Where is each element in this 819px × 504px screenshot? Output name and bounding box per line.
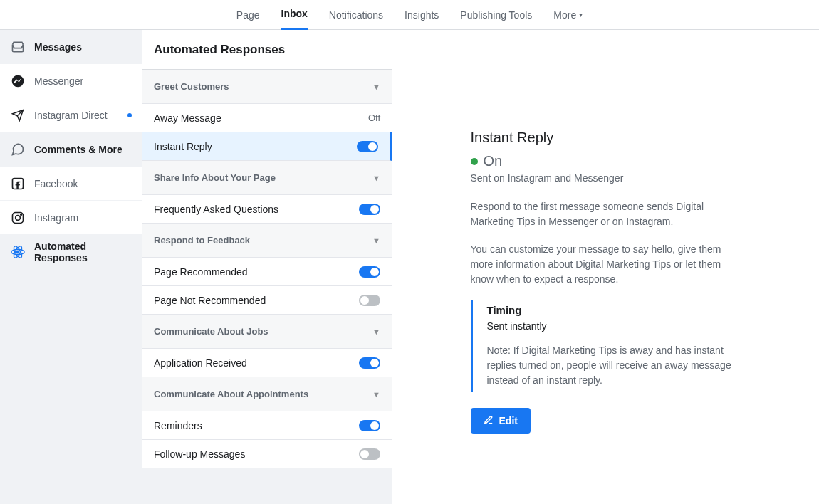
- detail-para-1: Respond to the first message someone sen…: [471, 199, 741, 229]
- edit-button-label: Edit: [499, 415, 518, 426]
- section-share-label: Share Info About Your Page: [154, 172, 276, 183]
- status-text: On: [484, 153, 503, 169]
- section-greet-label: Greet Customers: [154, 81, 229, 92]
- sidebar: Messages Messenger Instagram Direct Comm…: [0, 30, 142, 504]
- option-away-message[interactable]: Away Message Off: [142, 104, 392, 132]
- section-jobs-label: Communicate About Jobs: [154, 326, 268, 337]
- section-appointments-label: Communicate About Appointments: [154, 389, 308, 399]
- panel-title: Automated Responses: [142, 30, 392, 70]
- edit-button[interactable]: Edit: [471, 408, 531, 434]
- sidebar-item-facebook[interactable]: Facebook: [0, 167, 142, 201]
- svg-point-4: [21, 214, 22, 215]
- pencil-icon: [484, 415, 494, 427]
- option-instant-label: Instant Reply: [154, 141, 212, 152]
- detail-subtitle: Sent on Instagram and Messenger: [471, 172, 741, 184]
- paper-plane-icon: [10, 107, 26, 123]
- sidebar-instagram-label: Instagram: [34, 212, 78, 224]
- option-page-recommended[interactable]: Page Recommended: [142, 258, 392, 286]
- automated-responses-panel: Automated Responses Greet Customers ▼ Aw…: [142, 30, 392, 504]
- toggle-faq[interactable]: [359, 204, 380, 215]
- tab-more-label: More: [553, 9, 576, 21]
- section-communicate-appointments[interactable]: Communicate About Appointments ▼: [142, 377, 392, 411]
- sidebar-messages-label: Messages: [34, 41, 82, 53]
- sidebar-item-automated-responses[interactable]: Automated Responses: [0, 235, 142, 269]
- section-communicate-jobs[interactable]: Communicate About Jobs ▼: [142, 315, 392, 349]
- tab-inbox[interactable]: Inbox: [281, 0, 308, 30]
- sidebar-item-instagram[interactable]: Instagram: [0, 201, 142, 235]
- toggle-page-recommended[interactable]: [359, 266, 380, 278]
- sidebar-comments-label: Comments & More: [34, 144, 122, 155]
- instagram-icon: [10, 210, 26, 226]
- svg-point-3: [16, 215, 21, 220]
- comment-icon: [10, 142, 26, 157]
- detail-inner: Instant Reply On Sent on Instagram and M…: [471, 130, 741, 504]
- option-page-not-rec-label: Page Not Recommended: [154, 295, 266, 306]
- unread-dot-icon: [127, 113, 132, 117]
- section-share-info[interactable]: Share Info About Your Page ▼: [142, 161, 392, 195]
- top-nav-inner: Page Inbox Notifications Insights Publis…: [236, 0, 583, 30]
- sidebar-instagram-direct-label: Instagram Direct: [34, 110, 108, 121]
- option-followup-label: Follow-up Messages: [154, 448, 245, 460]
- section-feedback-label: Respond to Feedback: [154, 235, 250, 246]
- option-reminders[interactable]: Reminders: [142, 411, 392, 440]
- caret-down-icon: ▾: [579, 11, 583, 19]
- option-application-received[interactable]: Application Received: [142, 349, 392, 377]
- detail-title: Instant Reply: [471, 130, 741, 146]
- option-page-not-recommended[interactable]: Page Not Recommended: [142, 286, 392, 315]
- sidebar-item-messenger[interactable]: Messenger: [0, 64, 142, 98]
- detail-panel: Instant Reply On Sent on Instagram and M…: [392, 30, 819, 504]
- chevron-down-icon: ▼: [372, 174, 380, 182]
- timing-sent: Sent instantly: [487, 320, 741, 332]
- toggle-application-received[interactable]: [359, 357, 380, 369]
- sidebar-facebook-label: Facebook: [34, 178, 78, 189]
- chevron-down-icon: ▼: [372, 83, 380, 91]
- sidebar-header-comments[interactable]: Comments & More: [0, 132, 142, 167]
- section-greet-customers[interactable]: Greet Customers ▼: [142, 70, 392, 104]
- tab-more[interactable]: More ▾: [553, 0, 583, 30]
- tab-insights[interactable]: Insights: [405, 0, 439, 30]
- toggle-reminders[interactable]: [359, 420, 380, 431]
- chevron-down-icon: ▼: [372, 390, 380, 399]
- messenger-icon: [10, 73, 26, 89]
- toggle-instant-reply[interactable]: [357, 141, 378, 152]
- atom-icon: [10, 244, 26, 260]
- option-faq[interactable]: Frequently Asked Questions: [142, 195, 392, 224]
- option-followup-messages[interactable]: Follow-up Messages: [142, 440, 392, 468]
- timing-title: Timing: [487, 304, 741, 316]
- toggle-followup-messages[interactable]: [359, 448, 380, 460]
- inbox-icon: [10, 39, 26, 55]
- status-row: On: [471, 153, 741, 169]
- top-nav: Page Inbox Notifications Insights Publis…: [0, 0, 819, 30]
- svg-point-5: [16, 251, 19, 253]
- timing-note: Note: If Digital Marketing Tips is away …: [487, 343, 741, 388]
- option-faq-label: Frequently Asked Questions: [154, 204, 278, 215]
- option-away-status: Off: [368, 112, 380, 123]
- chevron-down-icon: ▼: [372, 236, 380, 245]
- tab-page[interactable]: Page: [236, 0, 260, 30]
- tab-publishing-tools[interactable]: Publishing Tools: [460, 0, 532, 30]
- status-dot-icon: [471, 158, 478, 165]
- sidebar-messenger-label: Messenger: [34, 75, 83, 87]
- sidebar-automated-label: Automated Responses: [34, 241, 132, 263]
- timing-card: Timing Sent instantly Note: If Digital M…: [471, 300, 741, 392]
- option-away-label: Away Message: [154, 112, 221, 124]
- option-instant-reply[interactable]: Instant Reply: [142, 132, 392, 161]
- option-page-rec-label: Page Recommended: [154, 266, 248, 278]
- sidebar-header-messages[interactable]: Messages: [0, 30, 142, 64]
- chevron-down-icon: ▼: [372, 327, 380, 336]
- option-reminders-label: Reminders: [154, 420, 202, 431]
- sidebar-item-instagram-direct[interactable]: Instagram Direct: [0, 98, 142, 132]
- tab-notifications[interactable]: Notifications: [329, 0, 383, 30]
- toggle-page-not-recommended[interactable]: [359, 295, 380, 306]
- detail-para-2: You can customize your message to say he…: [471, 242, 741, 287]
- option-app-received-label: Application Received: [154, 357, 247, 369]
- facebook-icon: [10, 176, 26, 191]
- section-respond-feedback[interactable]: Respond to Feedback ▼: [142, 224, 392, 258]
